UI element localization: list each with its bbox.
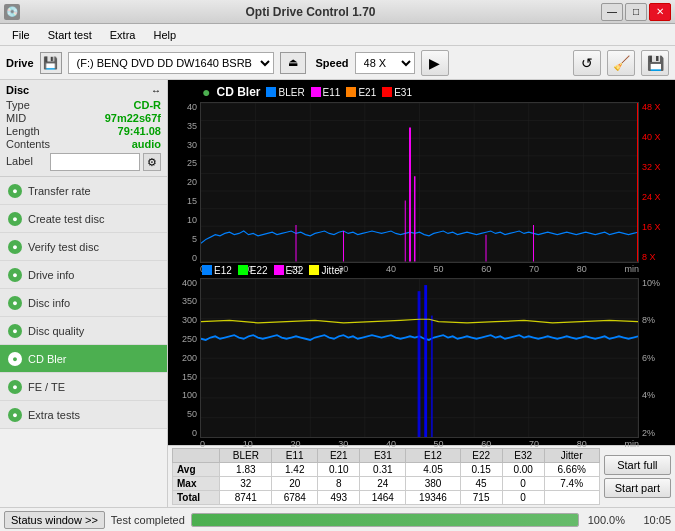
- eject-button[interactable]: ⏏: [280, 52, 306, 74]
- stats-total-jitter: [544, 491, 599, 505]
- bottom-y-axis: 400350300250200150100500: [172, 278, 200, 439]
- disc-label-row: Label ⚙: [6, 151, 161, 171]
- nav-icon-transfer-rate: ●: [8, 184, 22, 198]
- sidebar-item-fe-te[interactable]: ● FE / TE: [0, 373, 167, 401]
- eraser-button[interactable]: 🧹: [607, 50, 635, 76]
- menu-start-test[interactable]: Start test: [40, 27, 100, 43]
- sidebar-item-disc-info[interactable]: ● Disc info: [0, 289, 167, 317]
- title-bar-left: 💿: [4, 4, 20, 20]
- stats-total-label: Total: [173, 491, 220, 505]
- stats-total-e22: 715: [460, 491, 502, 505]
- sidebar-item-verify-test-disc[interactable]: ● Verify test disc: [0, 233, 167, 261]
- sidebar-item-create-test-disc[interactable]: ● Create test disc: [0, 205, 167, 233]
- stats-area: BLER E11 E21 E31 E12 E22 E32 Jitter Avg …: [168, 445, 675, 507]
- main-layout: Disc ↔ Type CD-R MID 97m22s67f Length 79…: [0, 80, 675, 507]
- disc-type-value: CD-R: [134, 99, 162, 111]
- stats-avg-jitter: 6.66%: [544, 463, 599, 477]
- start-full-button[interactable]: Start full: [604, 455, 671, 475]
- disc-mid-value: 97m22s67f: [105, 112, 161, 124]
- stats-max-jitter: 7.4%: [544, 477, 599, 491]
- save-button[interactable]: 💾: [641, 50, 669, 76]
- disc-label-label: Label: [6, 155, 33, 167]
- stats-col-e32: E32: [502, 449, 544, 463]
- sidebar-item-verify-test-disc-label: Verify test disc: [28, 241, 99, 253]
- stats-total-e32: 0: [502, 491, 544, 505]
- refresh-button[interactable]: ↺: [573, 50, 601, 76]
- disc-label-input[interactable]: [50, 153, 140, 171]
- legend-e31: E31: [382, 87, 412, 98]
- disc-contents-value: audio: [132, 138, 161, 150]
- menu-bar: File Start test Extra Help: [0, 24, 675, 46]
- chart-wrapper: ● CD Bler BLER E11 E21: [168, 80, 675, 445]
- svg-rect-42: [418, 291, 421, 437]
- disc-length-value: 79:41.08: [118, 125, 161, 137]
- top-chart-inner: 4035302520151050: [172, 102, 671, 263]
- bottom-x-axis: 01020304050607080min: [200, 438, 639, 450]
- disc-length-label: Length: [6, 125, 40, 137]
- stats-total-e31: 1464: [360, 491, 406, 505]
- disc-contents-label: Contents: [6, 138, 50, 150]
- stats-col-empty: [173, 449, 220, 463]
- stats-avg-e21: 0.10: [318, 463, 360, 477]
- bottom-chart-legend-bar: E12 E22 E32 Jitter: [172, 265, 671, 276]
- start-part-button[interactable]: Start part: [604, 478, 671, 498]
- app-title: Opti Drive Control 1.70: [20, 5, 601, 19]
- disc-panel: Disc ↔ Type CD-R MID 97m22s67f Length 79…: [0, 80, 167, 177]
- nav-icon-drive-info: ●: [8, 268, 22, 282]
- bottom-chart-inner: 400350300250200150100500: [172, 278, 671, 439]
- menu-file[interactable]: File: [4, 27, 38, 43]
- stats-avg-row: Avg 1.83 1.42 0.10 0.31 4.05 0.15 0.00 6…: [173, 463, 600, 477]
- sidebar-item-extra-tests[interactable]: ● Extra tests: [0, 401, 167, 429]
- svg-rect-44: [431, 315, 433, 437]
- sidebar-item-disc-info-label: Disc info: [28, 297, 70, 309]
- start-buttons: Start full Start part: [604, 455, 671, 498]
- close-button[interactable]: ✕: [649, 3, 671, 21]
- menu-help[interactable]: Help: [145, 27, 184, 43]
- nav-items: ● Transfer rate ● Create test disc ● Ver…: [0, 177, 167, 507]
- title-bar-buttons: — □ ✕: [601, 3, 671, 21]
- nav-icon-create-test-disc: ●: [8, 212, 22, 226]
- sidebar-item-create-test-disc-label: Create test disc: [28, 213, 104, 225]
- stats-col-bler: BLER: [220, 449, 272, 463]
- drive-icon: 💾: [40, 52, 62, 74]
- stats-max-e12: 380: [406, 477, 460, 491]
- stats-avg-e12: 4.05: [406, 463, 460, 477]
- speed-arrow-button[interactable]: ▶: [421, 50, 449, 76]
- bottom-chart-svg: [201, 279, 638, 438]
- stats-max-e32: 0: [502, 477, 544, 491]
- nav-icon-disc-info: ●: [8, 296, 22, 310]
- top-y-axis: 4035302520151050: [172, 102, 200, 263]
- menu-extra[interactable]: Extra: [102, 27, 144, 43]
- sidebar-item-extra-tests-label: Extra tests: [28, 409, 80, 421]
- status-text: Test completed: [111, 514, 185, 526]
- stats-col-e31: E31: [360, 449, 406, 463]
- sidebar-item-transfer-rate[interactable]: ● Transfer rate: [0, 177, 167, 205]
- stats-total-e12: 19346: [406, 491, 460, 505]
- top-y-axis-right: 48 X 40 X 32 X 24 X 16 X 8 X: [639, 102, 671, 263]
- sidebar-item-disc-quality[interactable]: ● Disc quality: [0, 317, 167, 345]
- stats-col-e12: E12: [406, 449, 460, 463]
- label-gear-button[interactable]: ⚙: [143, 153, 161, 171]
- top-chart-title: CD Bler: [216, 85, 260, 99]
- legend-e12: E12: [202, 265, 232, 276]
- stats-total-bler: 8741: [220, 491, 272, 505]
- speed-label: Speed: [316, 57, 349, 69]
- speed-select[interactable]: 16 X24 X32 X40 X48 X: [355, 52, 415, 74]
- progress-bar: [191, 513, 579, 527]
- sidebar-item-drive-info[interactable]: ● Drive info: [0, 261, 167, 289]
- legend-jitter: Jitter: [309, 265, 343, 276]
- stats-max-e31: 24: [360, 477, 406, 491]
- minimize-button[interactable]: —: [601, 3, 623, 21]
- stats-max-label: Max: [173, 477, 220, 491]
- drive-select[interactable]: (F:) BENQ DVD DD DW1640 BSRB: [68, 52, 274, 74]
- legend-e11: E11: [311, 87, 341, 98]
- stats-max-e11: 20: [272, 477, 318, 491]
- status-window-button[interactable]: Status window >>: [4, 511, 105, 529]
- legend-e22: E22: [238, 265, 268, 276]
- nav-icon-verify-test-disc: ●: [8, 240, 22, 254]
- progress-percent: 100.0%: [585, 514, 625, 526]
- maximize-button[interactable]: □: [625, 3, 647, 21]
- sidebar-item-cd-bler[interactable]: ● CD Bler: [0, 345, 167, 373]
- disc-arrow[interactable]: ↔: [151, 85, 161, 96]
- drive-label: Drive: [6, 57, 34, 69]
